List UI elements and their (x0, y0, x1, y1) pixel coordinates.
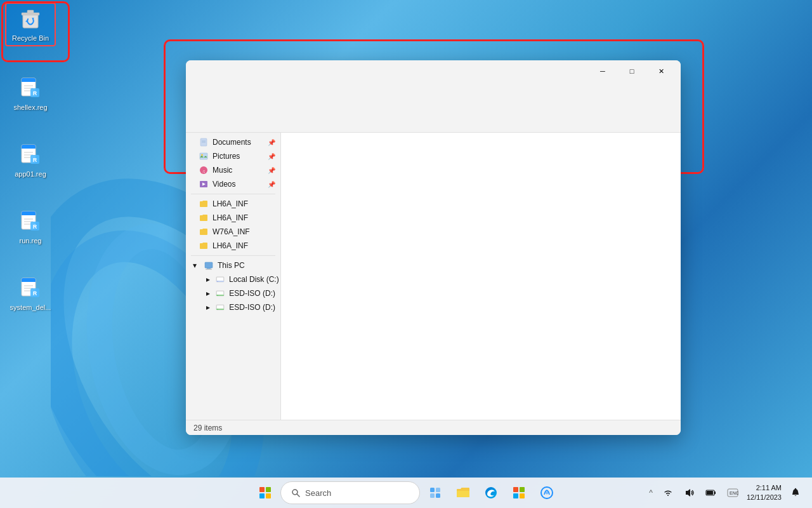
svg-rect-49 (206, 269, 212, 270)
shellex-reg-icon[interactable]: R shellex.reg (5, 73, 56, 114)
svg-rect-41 (200, 153, 207, 159)
pin-icon2: 📌 (268, 153, 275, 160)
shellex-reg-label: shellex.reg (8, 104, 53, 112)
svg-rect-72 (520, 493, 525, 498)
copilot-taskbar-button[interactable] (534, 480, 560, 505)
app01-reg-label: app01.reg (8, 170, 53, 178)
search-icon (291, 488, 300, 497)
local-disk-c-icon (215, 274, 225, 284)
show-hidden-icons-button[interactable]: ^ (646, 486, 655, 500)
system-del-icon[interactable]: R system_del... (5, 273, 56, 314)
sidebar-item-music[interactable]: ♫ Music 📌 (186, 163, 280, 177)
svg-text:♫: ♫ (202, 169, 205, 173)
desktop: Recycle Bin R shellex.reg (0, 0, 812, 508)
sidebar-item-lh6a1[interactable]: LH6A_INF (186, 197, 280, 211)
svg-rect-32 (22, 281, 36, 282)
explorer-toolbar (186, 82, 681, 133)
wifi-signal-icon (663, 488, 673, 498)
close-button[interactable]: ✕ (646, 60, 676, 82)
wifi-icon[interactable] (659, 484, 677, 502)
expand-esd-d2[interactable]: ▸ (206, 304, 210, 311)
svg-rect-77 (707, 491, 713, 495)
sidebar-item-esd-iso-d2[interactable]: ▸ ESD-ISO (D:) (186, 300, 280, 314)
sidebar-item-pictures[interactable]: Pictures 📌 (186, 149, 280, 163)
svg-text:R: R (33, 90, 37, 97)
svg-point-81 (795, 488, 796, 490)
widgets-button[interactable] (422, 480, 448, 505)
taskbar: Search (0, 478, 812, 508)
explorer-sidebar[interactable]: Documents 📌 Pictures 📌 ♫ Music (186, 133, 281, 420)
folder-icon4 (199, 241, 209, 251)
run-reg-icon[interactable]: R run.reg (5, 206, 56, 248)
collapse-this-pc[interactable]: ▾ (191, 262, 199, 269)
recycle-bin-icon[interactable]: Recycle Bin (5, 3, 56, 46)
explorer-body: Documents 📌 Pictures 📌 ♫ Music (186, 133, 681, 420)
sidebar-item-this-pc[interactable]: ▾ This PC (186, 258, 280, 272)
svg-rect-16 (22, 147, 36, 149)
esd-iso-d2-icon (215, 302, 225, 312)
svg-rect-48 (207, 268, 211, 269)
sidebar-lh6a2-label: LH6A_INF (213, 213, 248, 222)
app01-reg-image: R (18, 142, 43, 168)
svg-rect-69 (513, 487, 518, 492)
system-del-label: system_del... (8, 304, 53, 312)
sidebar-item-documents[interactable]: Documents 📌 (186, 135, 280, 149)
svg-text:ENG: ENG (730, 491, 738, 495)
expand-local-disk[interactable]: ▸ (206, 276, 210, 283)
recycle-bin-label: Recycle Bin (9, 34, 52, 43)
svg-rect-67 (436, 493, 440, 498)
pin-icon3: 📌 (268, 167, 275, 174)
clock-date: 12/11/2023 (747, 493, 782, 502)
sidebar-item-w76a[interactable]: W76A_INF (186, 225, 280, 239)
svg-point-57 (218, 295, 218, 295)
sidebar-w76a-label: W76A_INF (213, 227, 250, 236)
explorer-content[interactable] (281, 133, 681, 420)
svg-rect-65 (436, 488, 440, 492)
clock-time: 2:11 AM (747, 483, 782, 493)
notification-button[interactable] (787, 480, 804, 505)
start-button[interactable] (252, 480, 278, 505)
volume-level-icon (684, 488, 695, 498)
store-taskbar-button[interactable] (506, 480, 532, 505)
edge-icon (485, 486, 497, 499)
svg-rect-5 (27, 10, 34, 13)
svg-line-63 (297, 494, 299, 497)
sidebar-videos-label: Videos (213, 180, 235, 189)
run-reg-image: R (18, 209, 43, 234)
recycle-bin-image (18, 6, 43, 32)
sidebar-item-videos[interactable]: Videos 📌 (186, 177, 280, 191)
svg-rect-24 (22, 214, 36, 215)
svg-text:R: R (33, 157, 37, 163)
keyboard-icon[interactable]: ENG (724, 484, 742, 502)
volume-icon[interactable] (681, 484, 698, 502)
system-tray: ^ (646, 484, 742, 502)
maximize-button[interactable]: □ (617, 60, 646, 82)
folder-icon3 (199, 227, 209, 237)
svg-rect-66 (430, 493, 435, 498)
widgets-icon (429, 486, 442, 499)
taskbar-clock[interactable]: 2:11 AM 12/11/2023 (747, 483, 782, 503)
sidebar-item-esd-iso-d1[interactable]: ▸ ESD-ISO (D:) (186, 286, 280, 300)
taskbar-center: Search (252, 480, 560, 505)
pictures-icon (199, 151, 209, 161)
taskbar-search-bar[interactable]: Search (280, 481, 420, 504)
folder-icon1 (199, 199, 209, 209)
search-label: Search (305, 488, 331, 498)
minimize-button[interactable]: ─ (588, 60, 617, 82)
svg-rect-64 (430, 488, 435, 492)
run-reg-label: run.reg (8, 237, 53, 245)
sidebar-item-lh6a3[interactable]: LH6A_INF (186, 239, 280, 253)
expand-esd-d1[interactable]: ▸ (206, 290, 210, 297)
notification-bell-icon (790, 488, 801, 498)
document-icon (199, 137, 209, 147)
svg-rect-71 (513, 493, 518, 498)
explorer-titlebar: ─ □ ✕ (186, 60, 681, 82)
sidebar-item-lh6a2[interactable]: LH6A_INF (186, 211, 280, 225)
pin-icon4: 📌 (268, 181, 275, 188)
sidebar-local-disk-label: Local Disk (C:) (229, 275, 279, 284)
app01-reg-icon[interactable]: R app01.reg (5, 140, 56, 181)
file-explorer-taskbar-button[interactable] (450, 480, 476, 505)
edge-taskbar-button[interactable] (478, 480, 504, 505)
battery-icon[interactable] (702, 484, 720, 502)
sidebar-item-local-disk-c[interactable]: ▸ Local Disk (C:) (186, 272, 280, 286)
